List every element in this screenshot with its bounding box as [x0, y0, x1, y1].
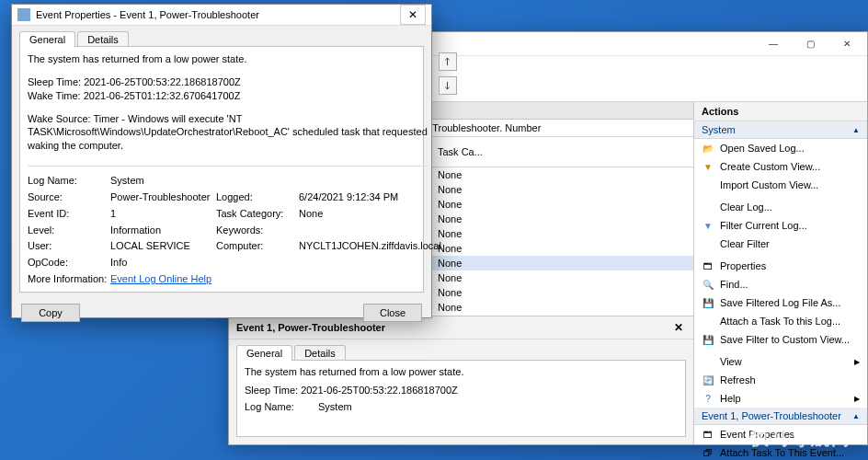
online-help-link[interactable]: Event Log Online Help	[110, 273, 211, 284]
computer-value: NYCLT1JCOHEN.ziffdavis.local	[299, 239, 428, 253]
action-item[interactable]: Clear Filter	[694, 235, 867, 253]
action-label: Open Saved Log...	[720, 143, 805, 154]
action-label: Properties	[720, 260, 766, 271]
dialog-title: Event Properties - Event 1, Power-Troubl…	[36, 9, 400, 20]
action-icon: 🗔	[702, 259, 714, 272]
actions-section-system[interactable]: System ▲	[694, 121, 867, 139]
collapse-icon: ▲	[852, 412, 860, 420]
action-icon	[702, 315, 714, 328]
action-label: Help	[720, 393, 741, 404]
tab-details[interactable]: Details	[294, 345, 346, 361]
computer-label: Computer:	[216, 239, 299, 253]
logged-value: 6/24/2021 9:12:34 PM	[299, 190, 428, 204]
copy-button[interactable]: Copy	[21, 304, 80, 322]
logname-label: Log Name:	[28, 174, 110, 188]
action-item[interactable]: ?Help▶	[694, 389, 867, 408]
actions-header: Actions	[694, 102, 867, 121]
preview-tabs: General Details	[229, 339, 693, 361]
action-label: Clear Filter	[720, 238, 770, 249]
action-label: Create Custom View...	[720, 161, 820, 172]
event-properties-dialog: Event Properties - Event 1, Power-Troubl…	[11, 4, 432, 318]
action-label: Save Filter to Custom View...	[720, 334, 850, 345]
action-item[interactable]: Attach a Task To this Log...	[694, 312, 867, 330]
close-button[interactable]: Close	[363, 304, 422, 322]
keywords-value	[299, 224, 428, 237]
source-label: Source:	[28, 190, 110, 204]
preview-logname-label: Log Name:	[245, 401, 318, 412]
tab-general[interactable]: General	[19, 31, 75, 47]
action-item[interactable]: Import Custom View...	[694, 176, 867, 194]
action-icon: ▼	[702, 160, 714, 173]
taskcat-value: None	[299, 207, 428, 221]
action-item[interactable]: 📂Open Saved Log...	[694, 139, 867, 157]
action-icon: 🗔	[702, 428, 714, 441]
action-item[interactable]: 🔄Refresh	[694, 371, 867, 389]
preview-close-button[interactable]: ✕	[671, 320, 686, 335]
action-item[interactable]: ▼Create Custom View...	[694, 157, 867, 176]
logged-label: Logged:	[216, 190, 299, 204]
dlg-description: The system has returned from a low power…	[28, 52, 428, 66]
action-label: Clear Log...	[720, 201, 772, 213]
actions-pane: Actions System ▲ 📂Open Saved Log...▼Crea…	[694, 102, 867, 444]
cell-task: None	[438, 302, 484, 313]
action-label: Find...	[720, 279, 748, 290]
action-icon: 🔍	[702, 278, 714, 291]
dlg-wake-time: Wake Time: 2021-06-25T01:12:32.670641700…	[28, 89, 428, 103]
action-label: View	[720, 356, 742, 367]
action-label: Refresh	[720, 374, 756, 385]
dlg-sleep-time: Sleep Time: 2021-06-25T00:53:22.18681870…	[28, 75, 428, 89]
logname-value: System	[110, 174, 216, 188]
action-label: Attach a Task To this Log...	[720, 316, 840, 327]
action-item[interactable]: View▶	[694, 352, 867, 371]
action-icon: ?	[702, 392, 714, 405]
keywords-label: Keywords:	[216, 224, 299, 237]
taskcat-label: Task Category:	[216, 207, 299, 221]
dialog-titlebar: Event Properties - Event 1, Power-Troubl…	[12, 5, 431, 26]
preview-description: The system has returned from a low power…	[245, 366, 678, 377]
eventid-value: 1	[110, 207, 216, 221]
action-icon: ▼	[702, 219, 714, 232]
event-preview-pane: Event 1, Power-Troubleshooter ✕ General …	[229, 316, 693, 444]
dialog-close-button[interactable]: ✕	[400, 5, 426, 25]
watermark: 快马导航网	[750, 426, 851, 451]
action-item[interactable]: 💾Save Filtered Log File As...	[694, 293, 867, 312]
close-button[interactable]: ✕	[828, 33, 865, 55]
action-icon	[702, 355, 714, 368]
minimize-button[interactable]: —	[755, 33, 792, 55]
action-item[interactable]: Clear Log...	[694, 198, 867, 216]
preview-content: The system has returned from a low power…	[236, 360, 686, 437]
action-label: Filter Current Log...	[720, 220, 807, 231]
preview-logname-value: System	[318, 401, 352, 412]
action-icon	[702, 178, 714, 191]
action-item[interactable]: 🗔Properties	[694, 257, 867, 275]
nav-up-button[interactable]: 🡑	[439, 52, 457, 71]
action-icon: 🔄	[702, 374, 714, 386]
actions-section-event[interactable]: Event 1, Power-Troubleshooter ▲	[694, 408, 867, 425]
submenu-arrow-icon: ▶	[854, 358, 860, 366]
user-value: LOCAL SERVICE	[110, 239, 216, 253]
maximize-button[interactable]: ▢	[792, 33, 828, 55]
action-icon: 💾	[702, 333, 714, 346]
action-label: Save Filtered Log File As...	[720, 297, 840, 308]
tab-details[interactable]: Details	[77, 31, 129, 47]
action-item[interactable]: ▼Filter Current Log...	[694, 216, 867, 235]
action-label: Import Custom View...	[720, 179, 818, 190]
action-icon	[702, 237, 714, 250]
opcode-label: OpCode:	[28, 256, 110, 270]
properties-grid: Log Name: System Source: Power-Troublesh…	[28, 174, 428, 286]
dlg-wake-source: Wake Source: Timer - Windows will execut…	[28, 112, 428, 154]
action-icon: 📂	[702, 142, 714, 155]
action-icon: 🗇	[702, 446, 714, 459]
collapse-icon: ▲	[852, 126, 860, 134]
submenu-arrow-icon: ▶	[854, 395, 860, 403]
user-label: User:	[28, 239, 110, 253]
action-icon: 💾	[702, 296, 714, 309]
action-item[interactable]: 🔍Find...	[694, 275, 867, 293]
nav-down-button[interactable]: 🡓	[439, 76, 457, 95]
action-item[interactable]: 💾Save Filter to Custom View...	[694, 330, 867, 349]
source-value: Power-Troubleshooter	[110, 190, 216, 204]
level-label: Level:	[28, 224, 110, 237]
opcode-value: Info	[110, 256, 216, 270]
eventid-label: Event ID:	[28, 207, 110, 221]
tab-general[interactable]: General	[236, 345, 292, 361]
